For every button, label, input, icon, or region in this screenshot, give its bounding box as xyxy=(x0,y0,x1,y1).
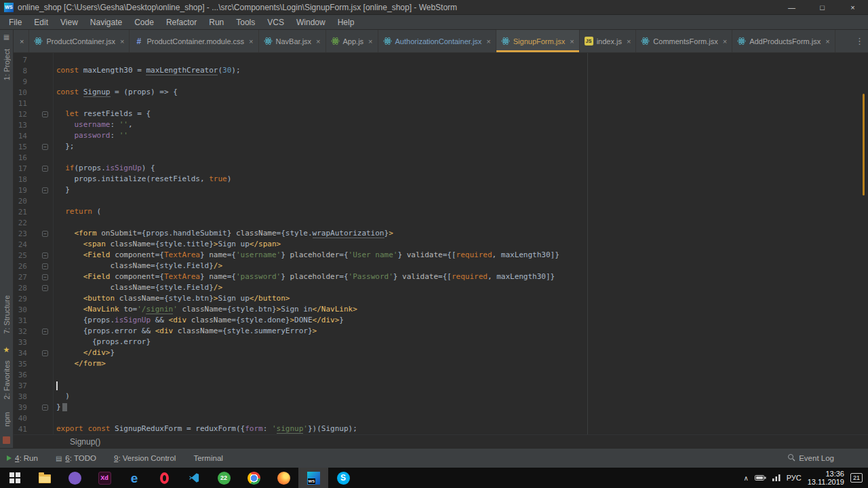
code-line[interactable]: username: '', xyxy=(56,119,868,130)
menu-vcs[interactable]: VCS xyxy=(261,18,290,27)
code-line[interactable]: export const SignupReduxForm = reduxForm… xyxy=(56,424,868,434)
network-icon[interactable] xyxy=(772,474,781,481)
tab-productcontainer-jsx[interactable]: ProductContainer.jsx× xyxy=(29,30,130,52)
sidebar-item-7-structure[interactable]: 7: Structure xyxy=(3,295,11,334)
fold-marker-icon[interactable]: − xyxy=(42,187,48,193)
code-line[interactable]: <span className={style.title}>Sign up</s… xyxy=(56,239,868,250)
tab-close-icon[interactable]: × xyxy=(120,37,124,45)
menu-view[interactable]: View xyxy=(54,18,84,27)
code-line[interactable]: const maxLength30 = maxLengthCreator(30)… xyxy=(56,65,868,76)
code-line[interactable] xyxy=(56,98,868,109)
tab-close-icon[interactable]: × xyxy=(723,37,727,45)
close-button[interactable]: × xyxy=(837,0,868,14)
tab-close-icon[interactable]: × xyxy=(368,37,372,45)
fold-marker-icon[interactable]: − xyxy=(42,405,48,411)
tab-close-icon[interactable]: × xyxy=(570,37,574,45)
tab-close-icon[interactable]: × xyxy=(15,30,29,52)
taskbar-webstorm[interactable]: WS xyxy=(298,468,328,488)
code-line[interactable]: </form> xyxy=(56,358,868,369)
code-line[interactable]: <form onSubmit={props.handleSubmit} clas… xyxy=(56,228,868,239)
statusbar-item-todo[interactable]: ▤6: TODO xyxy=(56,454,96,462)
fold-marker-icon[interactable]: − xyxy=(42,285,48,291)
tab-close-icon[interactable]: × xyxy=(825,37,829,45)
fold-marker-icon[interactable]: − xyxy=(42,144,48,150)
taskbar-chrome[interactable] xyxy=(239,468,269,488)
fold-marker-icon[interactable]: − xyxy=(42,252,48,259)
statusbar-item-event-log[interactable]: Event Log xyxy=(787,453,834,463)
fold-marker-icon[interactable]: − xyxy=(42,263,48,269)
code-line[interactable]: className={style.Field}/> xyxy=(56,261,868,271)
code-line[interactable]: } xyxy=(56,402,868,413)
fold-marker-icon[interactable]: − xyxy=(42,166,48,172)
sidebar-item-2-favorites[interactable]: 2: Favorites xyxy=(3,360,11,399)
taskbar-edge[interactable]: e xyxy=(119,468,149,488)
battery-icon[interactable] xyxy=(755,474,766,481)
menu-refactor[interactable]: Refactor xyxy=(160,18,203,27)
taskbar-adobe-xd[interactable]: Xd xyxy=(90,468,119,488)
code-line[interactable]: className={style.Field}/> xyxy=(56,282,868,293)
code-line[interactable]: let resetFields = { xyxy=(56,109,868,119)
fold-marker-icon[interactable]: − xyxy=(42,231,48,237)
maximize-button[interactable]: □ xyxy=(807,0,837,14)
code-line[interactable]: {props.error} xyxy=(56,337,868,348)
taskbar-vscode[interactable] xyxy=(179,468,209,488)
tab-close-icon[interactable]: × xyxy=(249,37,253,45)
tab-close-icon[interactable]: × xyxy=(627,37,631,45)
code-line[interactable]: <Field component={TextArea} name={'usern… xyxy=(56,250,868,261)
language-indicator[interactable]: РУС xyxy=(787,474,802,482)
code-line[interactable] xyxy=(56,152,868,163)
taskbar-green-badge[interactable]: 22 xyxy=(209,468,239,488)
fold-marker-icon[interactable]: − xyxy=(42,274,48,280)
taskbar-opera[interactable] xyxy=(149,468,179,488)
sidebar-item-npm[interactable]: npm xyxy=(3,412,11,426)
menu-file[interactable]: File xyxy=(3,18,28,27)
tab-close-icon[interactable]: × xyxy=(316,37,320,45)
fold-marker-icon[interactable]: − xyxy=(42,350,48,356)
menu-code[interactable]: Code xyxy=(128,18,160,27)
tab-authorizationcontainer-jsx[interactable]: AuthorizationContainer.jsx× xyxy=(378,30,496,52)
code-line[interactable]: {props.error && <div className={style.su… xyxy=(56,326,868,337)
code-line[interactable]: <Field component={TextArea} name={'passw… xyxy=(56,271,868,282)
code-line[interactable]: <NavLink to='/signin' className={style.b… xyxy=(56,304,868,315)
menu-run[interactable]: Run xyxy=(203,18,230,27)
menu-edit[interactable]: Edit xyxy=(28,18,54,27)
code-line[interactable] xyxy=(56,413,868,424)
code-line[interactable]: {props.isSignUp && <div className={style… xyxy=(56,315,868,326)
fold-marker-icon[interactable]: − xyxy=(42,329,48,335)
code-line[interactable]: </div>} xyxy=(56,348,868,358)
menu-navigate[interactable]: Navigate xyxy=(84,18,128,27)
tab-navbar-jsx[interactable]: NavBar.jsx× xyxy=(259,30,326,52)
tool-windows-icon[interactable]: ▦ xyxy=(3,34,9,41)
code-line[interactable]: password: '' xyxy=(56,130,868,141)
tab-app-js[interactable]: App.js× xyxy=(326,30,378,52)
tab-index-js[interactable]: JSindex.js× xyxy=(580,30,637,52)
scrollbar-marker[interactable] xyxy=(863,94,865,195)
tab-addproductsform-jsx[interactable]: AddProductsForm.jsx× xyxy=(732,30,835,52)
tab-signupform-jsx[interactable]: SignupForm.jsx× xyxy=(496,30,580,52)
notification-center[interactable]: 21 xyxy=(850,473,863,483)
menu-tools[interactable]: Tools xyxy=(230,18,261,27)
tab-close-icon[interactable]: × xyxy=(486,37,490,45)
code-line[interactable] xyxy=(56,217,868,228)
taskbar-skype[interactable]: S xyxy=(328,468,358,488)
minimize-button[interactable]: — xyxy=(776,0,807,14)
fold-marker-icon[interactable]: − xyxy=(42,111,48,117)
statusbar-item-version-control[interactable]: 9: Version Control xyxy=(114,454,176,462)
code-line[interactable] xyxy=(56,54,868,65)
clock[interactable]: 13:36 13.11.2019 xyxy=(808,470,844,486)
menu-window[interactable]: Window xyxy=(290,18,332,27)
code-line[interactable]: ) xyxy=(56,391,868,402)
breadcrumb-item[interactable]: Signup() xyxy=(70,437,100,447)
tab-productcontainer-module-css[interactable]: #ProductContainer.module.css× xyxy=(130,30,258,52)
statusbar-item-run[interactable]: 4: Run xyxy=(7,454,38,462)
code-line[interactable]: props.initialize(resetFields, true) xyxy=(56,174,868,185)
code-line[interactable]: return ( xyxy=(56,206,868,217)
code-line[interactable]: const Signup = (props) => { xyxy=(56,87,868,98)
sidebar-item-1-project[interactable]: 1: Project xyxy=(3,49,11,80)
tray-chevron-icon[interactable]: ∧ xyxy=(743,474,748,482)
taskbar-viber[interactable] xyxy=(60,468,90,488)
tab-overflow-icon[interactable]: ⋮ xyxy=(851,30,864,52)
statusbar-item-terminal[interactable]: Terminal xyxy=(193,454,222,462)
code-line[interactable]: <button className={style.btn}>Sign up</b… xyxy=(56,293,868,304)
taskbar-explorer[interactable] xyxy=(30,468,60,488)
